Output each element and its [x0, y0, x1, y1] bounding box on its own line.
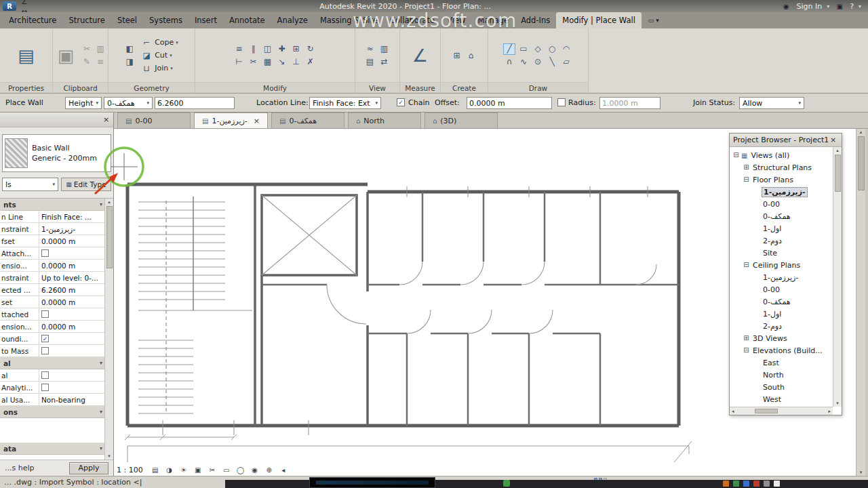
- paint-icon[interactable]: ◧: [123, 43, 136, 55]
- ribbon-tab[interactable]: Manage: [471, 12, 515, 28]
- tree-item[interactable]: ⊞Structural Plans: [730, 161, 833, 174]
- ribbon-tab[interactable]: Architecture: [3, 12, 62, 28]
- ribbon-button-join[interactable]: ⊔Join▾: [139, 62, 180, 74]
- ribbon-button-cut[interactable]: ◪Cut▾: [139, 49, 180, 61]
- ribbon-tab[interactable]: Structure: [62, 12, 111, 28]
- property-value[interactable]: [39, 382, 104, 393]
- cut-clipboard-icon[interactable]: ✂: [81, 43, 93, 55]
- panel-label[interactable]: Clipboard: [53, 82, 108, 93]
- arc-tool-icon[interactable]: ◠: [560, 43, 572, 55]
- checkbox[interactable]: [41, 384, 49, 391]
- radius-input[interactable]: [599, 97, 660, 109]
- tree-item[interactable]: .0-همكف: [730, 296, 833, 308]
- tray-icon[interactable]: [753, 481, 760, 487]
- detail-level-icon[interactable]: ▤: [150, 465, 161, 475]
- circle-tool-icon[interactable]: ○: [546, 43, 558, 55]
- rectangle-tool-icon[interactable]: ▭: [517, 43, 530, 55]
- floor-plan-drawing[interactable]: [114, 129, 724, 462]
- crop-view-icon[interactable]: ✂: [207, 465, 218, 475]
- tree-item[interactable]: .South: [730, 381, 833, 393]
- property-value[interactable]: Finish Face: ...: [39, 211, 104, 222]
- checkbox[interactable]: [41, 310, 49, 318]
- scroll-down-icon[interactable]: ▾: [860, 470, 863, 475]
- close-inactive-icon[interactable]: ▤: [364, 56, 376, 68]
- property-value[interactable]: زيرزمين-1-: [39, 223, 104, 235]
- app-store-icon[interactable]: ▣: [834, 1, 845, 11]
- project-browser-header[interactable]: Project Browser - Project1 ×: [730, 134, 842, 147]
- property-row[interactable]: nstraintUp to level: 0-...: [0, 272, 104, 284]
- property-row[interactable]: al: [0, 369, 104, 382]
- hidden-windows-icon[interactable]: ▥: [378, 43, 391, 55]
- property-row[interactable]: al Usa...Non-bearing: [0, 394, 104, 406]
- scroll-right-icon[interactable]: ▸: [828, 409, 831, 414]
- checkbox[interactable]: [41, 249, 49, 257]
- scroll-down-icon[interactable]: ▾: [108, 453, 111, 459]
- element-filter-combo[interactable]: ls ▾: [2, 178, 58, 191]
- panel-label[interactable]: Measure: [400, 82, 440, 93]
- properties-scrollbar[interactable]: ▴ ▾: [104, 199, 113, 460]
- tree-item[interactable]: .1-اول: [730, 308, 833, 320]
- ribbon-tab[interactable]: Analyze: [271, 12, 314, 28]
- ribbon-minimize-toggle[interactable]: ▭ ▾: [648, 12, 659, 28]
- show-crop-icon[interactable]: ▭: [221, 465, 232, 475]
- collapse-icon[interactable]: ⊟: [743, 346, 750, 354]
- property-value[interactable]: Non-bearing: [39, 394, 104, 405]
- measure-icon[interactable]: ∠: [19, 0, 30, 6]
- edit-type-button[interactable]: ▦ Edit Type: [61, 178, 111, 191]
- collapse-icon[interactable]: ⊟: [732, 151, 740, 159]
- tree-item[interactable]: .2-دوم: [730, 320, 833, 332]
- canvas-scrollbar[interactable]: ▴ ▾: [856, 129, 865, 476]
- align-icon[interactable]: ≡: [233, 43, 245, 55]
- panel-label[interactable]: Properties: [0, 82, 52, 93]
- project-browser-scrollbar[interactable]: ▴ ▾: [833, 147, 842, 407]
- property-row[interactable]: Analyti...: [0, 382, 104, 394]
- tree-item[interactable]: .0-00: [730, 283, 833, 296]
- tree-item[interactable]: .North: [730, 369, 833, 381]
- tree-item[interactable]: .Site: [730, 247, 833, 259]
- tray-icon[interactable]: [733, 481, 739, 487]
- temporary-hide-icon[interactable]: ◯: [235, 465, 246, 475]
- property-value[interactable]: ✓: [39, 333, 104, 344]
- property-value[interactable]: 0.0000 m: [39, 260, 104, 271]
- shadows-icon[interactable]: ▣: [193, 465, 203, 475]
- property-value[interactable]: 0.0000 m: [39, 321, 104, 332]
- app-menu-button[interactable]: R: [3, 1, 16, 11]
- tree-item[interactable]: ⊟Elevations (Build...: [730, 344, 833, 357]
- chevron-down-icon[interactable]: ▾: [100, 201, 102, 207]
- move-icon[interactable]: ✚: [276, 43, 288, 55]
- sign-in-button[interactable]: Sign In: [796, 2, 822, 11]
- ribbon-button-cope[interactable]: ⌐Cope▾: [139, 37, 180, 48]
- property-section-header[interactable]: ons▾: [0, 406, 104, 418]
- tree-item[interactable]: ⊟▦Views (all): [730, 149, 833, 161]
- ribbon-tab[interactable]: Collaborate: [384, 12, 441, 28]
- ribbon-tab[interactable]: Modify | Place Wall: [556, 12, 642, 28]
- panel-label[interactable]: Create: [441, 82, 488, 93]
- ribbon-tab[interactable]: View: [441, 12, 471, 28]
- copy-clipboard-icon[interactable]: ▥: [94, 43, 106, 55]
- property-row[interactable]: ected ...6.2600 m: [0, 284, 104, 296]
- expand-icon[interactable]: ⊞: [743, 163, 750, 171]
- property-section-header[interactable]: nts▾: [0, 199, 104, 211]
- split-icon[interactable]: ✂: [248, 56, 260, 68]
- expand-icon[interactable]: ⊞: [743, 334, 750, 342]
- chevron-down-icon[interactable]: ▾: [859, 3, 861, 9]
- paste-icon[interactable]: ▣: [54, 38, 77, 73]
- type-selector[interactable]: Basic Wall Generic - 200mm: [2, 134, 111, 172]
- pan-left-icon[interactable]: ◂: [278, 465, 289, 475]
- help-button[interactable]: ?: [850, 2, 854, 11]
- scroll-left-icon[interactable]: ◂: [732, 409, 734, 414]
- property-row[interactable]: ension...0.0000 m: [0, 321, 104, 333]
- project-browser-hscrollbar[interactable]: ◂ ▸: [730, 407, 833, 415]
- tree-item[interactable]: .West: [730, 393, 833, 405]
- tree-item[interactable]: .0-00: [730, 198, 833, 210]
- scrollbar-thumb[interactable]: [835, 155, 841, 192]
- properties-help-link[interactable]: ...s help: [5, 464, 35, 472]
- ellipse-tool-icon[interactable]: ⊙: [532, 56, 544, 68]
- scale-icon[interactable]: ↘: [276, 56, 288, 68]
- property-section-header[interactable]: al▾: [0, 357, 104, 369]
- thin-lines-icon[interactable]: ≈: [364, 43, 376, 55]
- tree-item[interactable]: .East: [730, 357, 833, 369]
- switch-windows-icon[interactable]: ⇄: [378, 56, 391, 68]
- panel-label[interactable]: View: [355, 82, 399, 93]
- create-similar-icon[interactable]: ⌂: [465, 49, 477, 61]
